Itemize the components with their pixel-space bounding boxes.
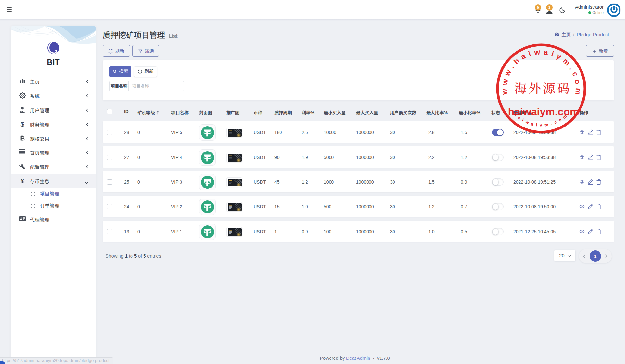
- svg-text:海外源码: 海外源码: [514, 79, 571, 96]
